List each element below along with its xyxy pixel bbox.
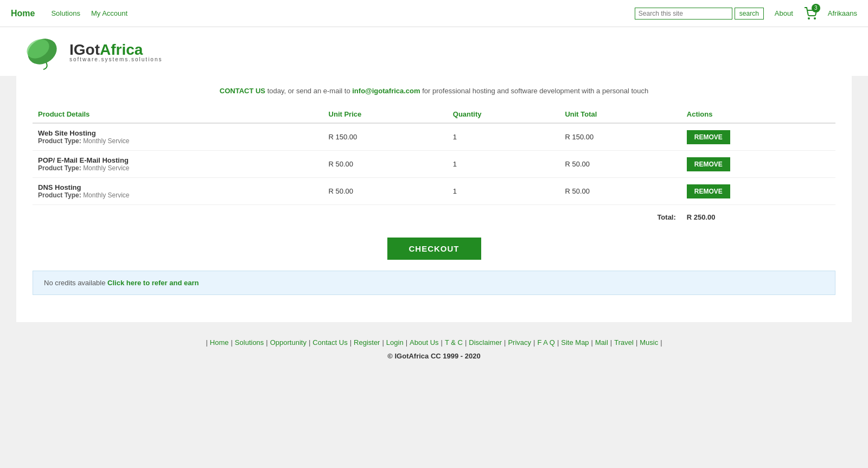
credits-bar: No credits available Click here to refer…: [33, 271, 835, 295]
no-credits-text: No credits available: [44, 279, 107, 287]
unit-total-cell: R 50.00: [559, 151, 681, 178]
footer-link-opportunity[interactable]: Opportunity: [270, 338, 307, 347]
table-row: POP/ E-Mail E-Mail Hosting Product Type:…: [33, 151, 835, 178]
footer-wrapper: | Home | Solutions | Opportunity | Conta…: [0, 322, 868, 371]
col-unit-price: Unit Price: [323, 106, 448, 123]
product-name: DNS Hosting: [38, 183, 318, 191]
footer-copyright: © IGotAfrica CC 1999 - 2020: [0, 352, 868, 360]
footer-separator: |: [350, 338, 352, 347]
unit-total-cell: R 50.00: [559, 178, 681, 205]
product-type: Product Type: Monthly Service: [38, 137, 318, 145]
footer-link-contact-us[interactable]: Contact Us: [312, 338, 347, 347]
footer-separator: |: [504, 338, 506, 347]
cart-badge: 3: [812, 4, 820, 12]
product-details-cell: POP/ E-Mail E-Mail Hosting Product Type:…: [33, 151, 323, 178]
checkout-button[interactable]: CHECKOUT: [387, 238, 481, 260]
footer-link-home[interactable]: Home: [210, 338, 229, 347]
unit-price-cell: R 50.00: [323, 178, 448, 205]
table-row: Web Site Hosting Product Type: Monthly S…: [33, 123, 835, 151]
cart-icon-wrapper[interactable]: 3: [804, 7, 817, 20]
table-row: DNS Hosting Product Type: Monthly Servic…: [33, 178, 835, 205]
footer-separator: |: [591, 338, 593, 347]
product-name: Web Site Hosting: [38, 129, 318, 137]
nav-solutions[interactable]: Solutions: [51, 9, 80, 17]
actions-cell: REMOVE: [681, 123, 835, 151]
footer-separator: |: [636, 338, 637, 347]
footer-separator: |: [231, 338, 232, 347]
footer-separator: |: [610, 338, 612, 347]
footer-link-t-&-c[interactable]: T & C: [445, 338, 463, 347]
unit-price-cell: R 150.00: [323, 123, 448, 151]
copyright-text: © IGotAfrica CC 1999 - 2020: [387, 352, 480, 360]
cart-table: Product Details Unit Price Quantity Unit…: [33, 106, 835, 227]
footer-separator: |: [309, 338, 310, 347]
contact-bar-suffix: for professional hosting and software de…: [422, 87, 648, 95]
footer-link-mail[interactable]: Mail: [595, 338, 608, 347]
product-name: POP/ E-Mail E-Mail Hosting: [38, 156, 318, 164]
remove-button[interactable]: REMOVE: [687, 130, 730, 144]
footer-separator-last: |: [660, 338, 662, 347]
table-header-row: Product Details Unit Price Quantity Unit…: [33, 106, 835, 123]
svg-point-0: [808, 18, 809, 19]
product-details-cell: Web Site Hosting Product Type: Monthly S…: [33, 123, 323, 151]
col-actions: Actions: [681, 106, 835, 123]
nav-afrikaans[interactable]: Afrikaans: [828, 9, 857, 17]
logo-area: IGotAfrica software.systems.solutions: [0, 27, 868, 76]
footer-link-solutions[interactable]: Solutions: [235, 338, 264, 347]
search-input[interactable]: [635, 8, 732, 20]
qty-cell: 1: [448, 178, 560, 205]
logo-tagline: software.systems.solutions: [69, 56, 163, 62]
footer-link-login[interactable]: Login: [386, 338, 404, 347]
nav-home[interactable]: Home: [11, 9, 35, 18]
checkout-area: CHECKOUT: [33, 238, 835, 260]
footer-links: | Home | Solutions | Opportunity | Conta…: [0, 338, 868, 347]
nav-my-account[interactable]: My Account: [91, 9, 127, 17]
logo-got-text: Got: [74, 41, 100, 58]
actions-cell: REMOVE: [681, 151, 835, 178]
contact-email[interactable]: info@igotafrica.com: [352, 87, 420, 95]
main-content: CONTACT US today, or send an e-mail to i…: [16, 76, 852, 322]
qty-cell: 1: [448, 151, 560, 178]
total-amount: R 250.00: [687, 213, 716, 221]
footer-separator: |: [533, 338, 535, 347]
footer-separator: |: [465, 338, 467, 347]
footer-link-site-map[interactable]: Site Map: [561, 338, 589, 347]
contact-us-label: CONTACT US: [220, 87, 265, 95]
logo-container: IGotAfrica software.systems.solutions: [22, 33, 846, 70]
actions-cell: REMOVE: [681, 178, 835, 205]
total-label: Total:: [657, 213, 675, 221]
logo-africa-text: Africa: [100, 41, 143, 58]
footer-link-travel[interactable]: Travel: [614, 338, 634, 347]
footer-link-f-a-q[interactable]: F A Q: [537, 338, 555, 347]
footer-link-about-us[interactable]: About Us: [410, 338, 438, 347]
product-type: Product Type: Monthly Service: [38, 191, 318, 199]
product-type: Product Type: Monthly Service: [38, 164, 318, 172]
refer-link[interactable]: Click here to refer and earn: [107, 279, 199, 287]
footer-link-disclaimer[interactable]: Disclaimer: [469, 338, 502, 347]
qty-cell: 1: [448, 123, 560, 151]
footer-separator: |: [406, 338, 407, 347]
footer-separator: |: [382, 338, 384, 347]
nav-about[interactable]: About: [775, 9, 793, 17]
logo-leaf-icon: [22, 33, 65, 70]
footer-link-privacy[interactable]: Privacy: [508, 338, 531, 347]
remove-button[interactable]: REMOVE: [687, 157, 730, 171]
col-unit-total: Unit Total: [559, 106, 681, 123]
remove-button[interactable]: REMOVE: [687, 184, 730, 198]
contact-bar: CONTACT US today, or send an e-mail to i…: [33, 87, 835, 95]
unit-total-cell: R 150.00: [559, 123, 681, 151]
col-quantity: Quantity: [448, 106, 560, 123]
footer-separator: |: [206, 338, 207, 347]
footer-separator: |: [441, 338, 443, 347]
logo-i-letter: I: [69, 41, 74, 58]
col-product-details: Product Details: [33, 106, 323, 123]
logo-text: IGotAfrica software.systems.solutions: [69, 41, 163, 62]
svg-point-1: [814, 18, 815, 19]
footer-link-music[interactable]: Music: [640, 338, 658, 347]
search-form: search: [635, 8, 764, 20]
search-button[interactable]: search: [735, 8, 764, 20]
footer-separator: |: [557, 338, 559, 347]
cart-total-row: Total: R 250.00: [33, 205, 835, 227]
product-details-cell: DNS Hosting Product Type: Monthly Servic…: [33, 178, 323, 205]
footer-link-register[interactable]: Register: [354, 338, 380, 347]
